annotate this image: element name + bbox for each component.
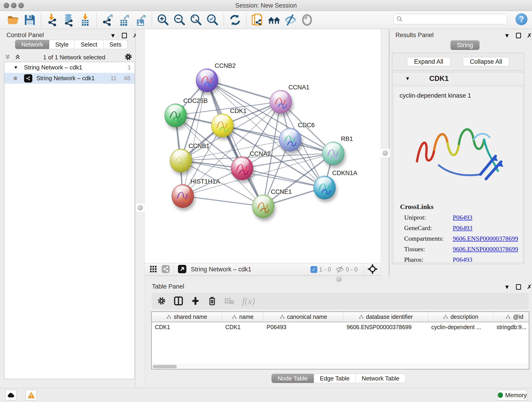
graph-node-CCNA2[interactable]: [231, 157, 253, 180]
panel-menu-icon[interactable]: ▼: [504, 32, 510, 38]
import-table-file-icon[interactable]: [79, 13, 92, 27]
column-header-canonical-name[interactable]: canonical name: [264, 312, 343, 322]
tab-select[interactable]: Select: [75, 40, 103, 49]
tab-edge-table[interactable]: Edge Table: [314, 374, 356, 383]
fit-selected-crosshair-icon[interactable]: [367, 264, 378, 275]
zoom-fit-icon[interactable]: [190, 13, 203, 27]
table-hscrollbar[interactable]: [152, 364, 529, 369]
panel-float-icon[interactable]: [516, 284, 521, 290]
node-table-container[interactable]: shared namenamecanonical namedatabase id…: [151, 312, 529, 370]
panel-float-icon[interactable]: [122, 33, 127, 38]
zoom-in-icon[interactable]: [157, 13, 170, 27]
graph-node-CCNA1[interactable]: [270, 90, 292, 114]
network-edge[interactable]: [183, 196, 263, 206]
delete-column-trash-icon[interactable]: [208, 296, 216, 306]
export-network-icon[interactable]: [101, 13, 114, 27]
panel-float-icon[interactable]: [516, 33, 521, 38]
network-collection-row[interactable]: ▼ String Network – cdk1 1: [4, 62, 134, 73]
help-icon[interactable]: ?: [515, 13, 527, 25]
show-columns-icon[interactable]: [174, 296, 183, 306]
collection-disclosure-icon[interactable]: ▼: [13, 65, 18, 70]
column-header-database-identifier[interactable]: database identifier: [343, 312, 428, 322]
crosslink-link[interactable]: P06493: [453, 256, 472, 262]
toolbar-search-field[interactable]: [393, 14, 507, 24]
table-hscrollbar-thumb[interactable]: [152, 365, 177, 368]
collapse-all-button[interactable]: Collapse All: [463, 57, 509, 66]
horizontal-splitter[interactable]: [145, 276, 532, 283]
graph-node-CDK1[interactable]: [211, 114, 234, 137]
graph-node-RB1[interactable]: [322, 142, 344, 165]
graph-node-CCNB1[interactable]: [170, 149, 192, 172]
left-splitter[interactable]: [136, 29, 145, 387]
cloud-button[interactable]: [6, 390, 17, 400]
delete-table-icon[interactable]: [224, 297, 234, 305]
table-cell[interactable]: CDK1: [152, 322, 222, 332]
save-session-icon[interactable]: [23, 13, 36, 27]
crosslink-link[interactable]: 9606.ENSP00000378699: [453, 235, 518, 242]
search-input[interactable]: [405, 16, 503, 22]
table-cell[interactable]: 9606.ENSP00000378699: [343, 322, 428, 332]
graph-node-CCNE1[interactable]: [252, 195, 274, 218]
string-glass-toggle-icon[interactable]: [284, 13, 297, 27]
graph-node-CDKN1A[interactable]: [313, 176, 336, 199]
selected-checkbox-icon[interactable]: ✓: [310, 266, 317, 273]
right-splitter[interactable]: [381, 29, 389, 276]
entry-disclosure-icon[interactable]: ▼: [405, 76, 410, 82]
crosslink-link[interactable]: P06493: [453, 214, 472, 221]
add-column-icon[interactable]: [191, 296, 200, 306]
graph-node-HIST1H1A[interactable]: [172, 184, 194, 208]
crosslink-link[interactable]: 9606.ENSP00000378699: [453, 245, 518, 253]
export-table-icon[interactable]: [118, 13, 131, 27]
table-cell[interactable]: P06493: [264, 322, 343, 332]
table-cell[interactable]: stringdb:9...: [493, 322, 529, 332]
table-cell[interactable]: CDK1: [222, 322, 263, 332]
crosslink-link[interactable]: P06493: [453, 224, 472, 231]
tab-style[interactable]: Style: [49, 40, 75, 49]
table-row[interactable]: CDK1CDK1P064939606.ENSP00000378699cyclin…: [152, 322, 529, 332]
table-settings-gear-icon[interactable]: [157, 296, 166, 306]
birds-eye-view-icon[interactable]: [177, 264, 187, 274]
graph-node-CDC25B[interactable]: [165, 104, 187, 127]
warning-button[interactable]: [26, 390, 37, 400]
left-splitter-handle[interactable]: [136, 203, 145, 212]
graph-node-CCNB2[interactable]: [196, 69, 218, 92]
string-import-icon[interactable]: [251, 13, 264, 27]
column-header-name[interactable]: name: [222, 312, 263, 322]
memory-button[interactable]: Memory: [498, 390, 527, 400]
network-share-icon[interactable]: [161, 265, 170, 274]
string-home-icon[interactable]: [267, 13, 281, 27]
zoom-selected-icon[interactable]: [206, 13, 219, 27]
tab-sets[interactable]: Sets: [103, 40, 127, 49]
open-session-icon[interactable]: [7, 13, 20, 27]
column-header-description[interactable]: description: [428, 312, 494, 322]
string-sphere-icon[interactable]: [300, 13, 314, 27]
import-network-database-icon[interactable]: [62, 13, 75, 27]
tab-node-table[interactable]: Node Table: [272, 374, 314, 383]
zoom-out-icon[interactable]: [173, 13, 186, 27]
results-entry-header[interactable]: ▼ CDK1: [392, 72, 524, 85]
expand-all-icon[interactable]: [14, 53, 21, 61]
panel-menu-icon[interactable]: ▼: [504, 284, 510, 290]
network-canvas[interactable]: CCNB2 CCNA1 CDC25B CDK1 CDC6: [145, 29, 381, 263]
network-edge[interactable]: [207, 80, 263, 206]
graph-node-CDC6[interactable]: [279, 128, 301, 152]
table-cell[interactable]: cyclin-dependent ...: [428, 322, 494, 332]
column-header--id[interactable]: @id: [493, 312, 529, 322]
tab-network-table[interactable]: Network Table: [356, 374, 405, 383]
refresh-view-icon[interactable]: [228, 13, 242, 27]
right-splitter-handle[interactable]: [380, 148, 390, 158]
export-image-icon[interactable]: [134, 13, 147, 27]
show-grid-icon[interactable]: [149, 265, 157, 274]
network-edge[interactable]: [242, 168, 324, 187]
function-builder-icon[interactable]: f(x): [242, 296, 255, 306]
network-row-selected[interactable]: String Network – cdk1 11 48: [4, 73, 134, 84]
panel-menu-icon[interactable]: ▼: [110, 32, 116, 38]
collapse-all-icon[interactable]: [4, 53, 11, 61]
tab-network[interactable]: Network: [15, 40, 49, 49]
network-options-gear-icon[interactable]: [124, 53, 133, 62]
tab-string[interactable]: String: [450, 40, 480, 50]
column-header-shared-name[interactable]: shared name: [152, 312, 222, 322]
panel-close-icon[interactable]: ✗: [527, 284, 532, 290]
import-network-file-icon[interactable]: [46, 13, 59, 27]
panel-close-icon[interactable]: ✗: [527, 32, 532, 38]
